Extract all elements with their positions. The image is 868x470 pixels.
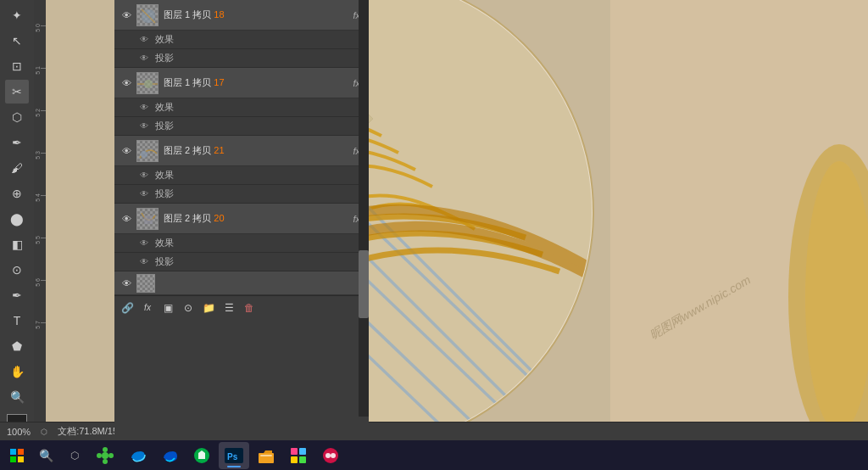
svg-point-40: [102, 452, 108, 459]
sub-eye-icon-17a[interactable]: 👁: [140, 103, 148, 112]
select-tool[interactable]: ↖: [5, 29, 29, 53]
layer-name-21: 图层 2 拷贝 21: [164, 144, 353, 157]
taskbar-app-photoshop[interactable]: Ps: [219, 442, 249, 469]
layer-sub-effect-21[interactable]: 👁 效果: [114, 166, 369, 185]
move-tool[interactable]: ✦: [5, 3, 29, 27]
eye-icon-20[interactable]: 👁: [120, 212, 133, 226]
layer-thumb-18: [136, 4, 159, 26]
taskbar-app-phone[interactable]: [186, 442, 217, 469]
effect-label-17: 效果: [155, 101, 174, 114]
layer-name-20: 图层 2 拷贝 20: [164, 212, 353, 225]
ruler-left: 5 0 5 1 5 2 5 3 5 4 5 5 5 6 5 7: [34, 0, 46, 440]
shadow-label-20: 投影: [155, 255, 174, 268]
sub-eye-icon-21b[interactable]: 👁: [140, 189, 148, 199]
zoom-tool[interactable]: 🔍: [5, 385, 29, 409]
layers-scrollbar[interactable]: [359, 0, 369, 417]
eye-icon-21[interactable]: 👁: [120, 144, 133, 158]
new-layer-btn[interactable]: ☰: [220, 299, 238, 317]
group-btn[interactable]: 📁: [199, 299, 218, 317]
brush-tool[interactable]: 🖌: [5, 156, 29, 180]
svg-rect-53: [299, 456, 306, 463]
taskbar-app-baidu[interactable]: [315, 442, 346, 469]
taskbar-app-edge[interactable]: [122, 442, 153, 469]
gradient-tool[interactable]: ◧: [5, 232, 29, 256]
svg-point-34: [141, 151, 147, 158]
layer-sub-effect-17[interactable]: 👁 效果: [114, 98, 369, 117]
svg-rect-48: [259, 453, 274, 463]
svg-rect-50: [291, 448, 298, 455]
text-tool[interactable]: T: [5, 309, 29, 333]
magic-wand-tool[interactable]: ✂: [5, 80, 29, 104]
layer-name-18: 图层 1 拷贝 18: [164, 8, 353, 21]
effect-label-18: 效果: [155, 33, 174, 46]
delete-layer-btn[interactable]: 🗑: [240, 299, 259, 317]
left-toolbar: ✦ ↖ ⊡ ✂ ⬡ ✒ 🖌 ⊕ ⬤ ◧ ⊙ ✒ T ⬟ ✋ 🔍: [0, 0, 34, 440]
svg-point-44: [108, 453, 114, 458]
layer-sub-effect-20[interactable]: 👁 效果: [114, 234, 369, 253]
taskbar-app-edge-legacy[interactable]: [154, 442, 185, 469]
layer-thumb-21: [136, 140, 159, 162]
shadow-label-21: 投影: [155, 187, 174, 200]
svg-rect-35: [144, 215, 153, 224]
layer-item-copy-18[interactable]: 👁 图层 1 拷贝 18 fx: [114, 0, 369, 31]
layer-thumb-partial: [136, 274, 155, 293]
zoom-controls: ⬡: [41, 428, 47, 436]
link-layers-btn[interactable]: 🔗: [118, 299, 136, 317]
taskbar-app-menu[interactable]: [90, 442, 120, 469]
layer-sub-shadow-21[interactable]: 👁 投影: [114, 185, 369, 204]
svg-point-42: [103, 459, 108, 464]
svg-rect-38: [10, 456, 16, 462]
effect-label-20: 效果: [155, 237, 174, 249]
eraser-tool[interactable]: ⬤: [5, 207, 29, 231]
eyedropper-tool[interactable]: ✒: [5, 131, 29, 154]
sub-eye-icon-20a[interactable]: 👁: [140, 238, 148, 248]
adjustment-btn[interactable]: ⊙: [179, 299, 198, 317]
eye-icon-partial[interactable]: 👁: [120, 277, 133, 290]
shape-tool[interactable]: ⬟: [5, 334, 29, 358]
svg-rect-52: [291, 456, 298, 463]
add-mask-btn[interactable]: ▣: [159, 299, 177, 317]
zoom-icon: ⬡: [41, 428, 47, 436]
layer-sub-shadow-20[interactable]: 👁 投影: [114, 253, 369, 271]
hand-tool[interactable]: ✋: [5, 360, 29, 383]
sub-eye-icon-17b[interactable]: 👁: [140, 121, 148, 131]
layer-item-copy-20[interactable]: 👁 图层 2 拷贝 20 fx: [114, 204, 369, 234]
layer-sub-shadow-17[interactable]: 👁 投影: [114, 117, 369, 136]
layer-item-copy-21[interactable]: 👁 图层 2 拷贝 21 fx: [114, 136, 369, 166]
svg-point-43: [97, 453, 102, 458]
start-button[interactable]: [3, 442, 31, 469]
taskbar-app-file-explorer[interactable]: [251, 442, 281, 469]
task-view-button[interactable]: ⬡: [61, 442, 88, 469]
crop-tool[interactable]: ⬡: [5, 105, 29, 129]
svg-rect-36: [10, 449, 16, 455]
layer-item-partial[interactable]: 👁: [114, 271, 369, 295]
layer-sub-shadow-18[interactable]: 👁 投影: [114, 49, 369, 68]
layer-sub-effect-18[interactable]: 👁 效果: [114, 31, 369, 49]
zoom-level: 100%: [7, 427, 31, 437]
svg-rect-49: [260, 455, 272, 456]
svg-rect-51: [299, 448, 306, 455]
svg-point-41: [103, 447, 108, 452]
clone-tool[interactable]: ⊕: [5, 182, 29, 205]
eye-icon-17[interactable]: 👁: [120, 76, 133, 90]
svg-rect-39: [18, 456, 24, 462]
scroll-thumb[interactable]: [359, 250, 369, 318]
sub-eye-icon-21a[interactable]: 👁: [140, 171, 148, 180]
add-style-btn[interactable]: fx: [138, 299, 157, 317]
taskbar-search-button[interactable]: 🔍: [32, 442, 59, 469]
sub-eye-icon-20b[interactable]: 👁: [140, 257, 148, 266]
svg-point-56: [331, 453, 336, 458]
sub-eye-icon-18a[interactable]: 👁: [140, 35, 148, 44]
eye-icon-18[interactable]: 👁: [120, 8, 133, 22]
svg-point-55: [326, 453, 331, 458]
sub-eye-icon-18b[interactable]: 👁: [140, 53, 148, 63]
layer-thumb-17: [136, 72, 159, 94]
layer-item-copy-17[interactable]: 👁 图层 1 拷贝 17 fx: [114, 68, 369, 98]
layers-bottom-toolbar: 🔗 fx ▣ ⊙ 📁 ☰ 🗑: [114, 295, 369, 319]
lasso-tool[interactable]: ⊡: [5, 54, 29, 78]
layer-name-17: 图层 1 拷贝 17: [164, 76, 353, 89]
pen-tool[interactable]: ✒: [5, 283, 29, 307]
shadow-label-17: 投影: [155, 120, 174, 132]
dodge-tool[interactable]: ⊙: [5, 258, 29, 282]
taskbar-app-games[interactable]: [283, 442, 314, 469]
